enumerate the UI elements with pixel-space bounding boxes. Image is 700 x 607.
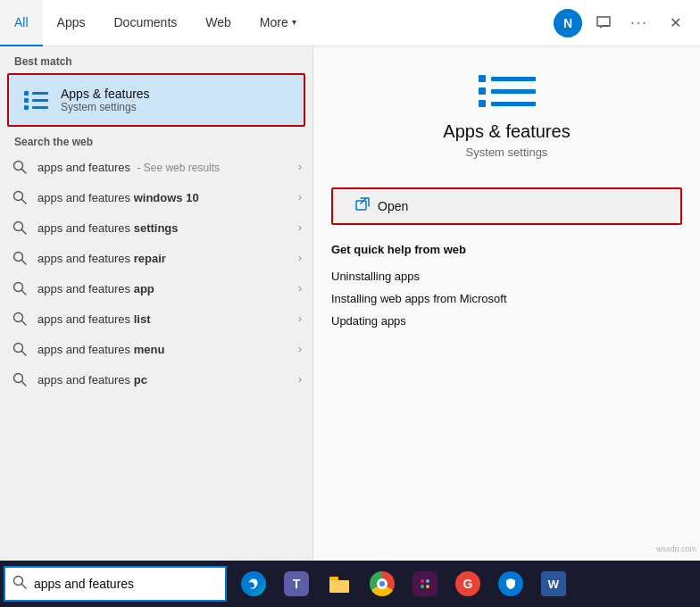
chevron-right-icon: › [298,221,302,234]
right-panel-title: Apps & features [443,121,570,142]
quick-help-link-updating[interactable]: Updating apps [331,310,682,332]
search-icon [11,310,29,328]
svg-point-0 [14,162,23,170]
taskbar-search-box[interactable]: apps and features [4,566,227,602]
svg-point-2 [14,192,23,201]
list-item[interactable]: apps and features app › [0,273,312,304]
svg-line-15 [22,382,27,387]
list-item[interactable]: apps and features menu › [0,334,312,364]
list-item[interactable]: apps and features - See web results › [0,152,312,182]
search-icon [11,219,29,237]
web-result-text: apps and features - See web results [38,161,295,174]
tab-more[interactable]: More ▾ [246,0,311,46]
search-icon [11,370,29,388]
svg-line-11 [22,321,27,326]
tab-apps[interactable]: Apps [43,0,100,46]
taskbar-gmail-icon[interactable]: G [448,564,488,603]
svg-point-24 [421,585,424,588]
content-area: Best match [0,46,700,561]
best-match-subtitle: System settings [61,101,150,113]
svg-point-6 [14,253,23,262]
taskbar-vpn-icon[interactable] [491,564,530,603]
user-avatar[interactable]: N [554,9,582,37]
quick-help-title: Get quick help from web [331,243,682,256]
search-panel: All Apps Documents Web More ▾ N [0,0,700,561]
taskbar-files-icon[interactable] [320,564,359,603]
tab-all[interactable]: All [0,0,43,46]
chevron-right-icon: › [298,373,302,386]
tab-documents[interactable]: Documents [99,0,191,46]
svg-line-19 [22,585,27,589]
right-top: Apps & features System settings [313,46,700,187]
web-result-text: apps and features menu [38,343,295,356]
taskbar-search-input[interactable]: apps and features [34,577,218,591]
svg-rect-21 [329,580,349,593]
close-icon[interactable]: ✕ [661,9,689,37]
taskbar-icons: T G [227,564,700,603]
left-panel: Best match [0,46,312,561]
list-item[interactable]: apps and features windows 10 › [0,182,312,212]
chevron-right-icon: › [298,191,302,204]
svg-line-5 [22,230,27,235]
svg-line-9 [22,291,27,295]
search-web-label: Search the web [0,127,312,152]
svg-point-23 [426,579,429,583]
svg-point-10 [14,313,23,322]
open-window-icon [354,196,371,216]
watermark: wsxdn.com [656,545,696,553]
open-button[interactable]: Open [331,187,682,225]
quick-help-link-uninstall[interactable]: Uninstalling apps [331,265,682,287]
nav-right-controls: N ··· ✕ [554,9,700,37]
taskbar-search-icon [12,575,27,593]
web-result-text: apps and features settings [38,221,295,235]
search-icon [11,249,29,267]
svg-line-3 [22,200,27,204]
nav-bar: All Apps Documents Web More ▾ N [0,0,700,46]
svg-point-18 [14,577,23,586]
chevron-right-icon: › [298,161,302,173]
list-item[interactable]: apps and features list › [0,304,312,334]
tab-web[interactable]: Web [191,0,246,46]
list-item[interactable]: apps and features repair › [0,243,312,273]
feedback-icon[interactable] [589,9,618,37]
taskbar: apps and features T [0,561,700,607]
svg-point-8 [14,283,23,292]
web-result-text: apps and features pc [38,373,295,387]
list-item[interactable]: apps and features settings › [0,212,312,243]
svg-line-13 [22,352,27,356]
svg-point-22 [421,579,424,583]
search-icon [11,279,29,297]
open-button-label: Open [378,199,408,213]
svg-point-4 [14,222,23,231]
chevron-right-icon: › [298,252,302,264]
search-icon [11,340,29,358]
chevron-right-icon: › [298,282,302,295]
right-panel: Apps & features System settings Open Get… [312,46,700,561]
list-item[interactable]: apps and features pc › [0,364,312,395]
more-chevron-icon: ▾ [292,17,296,27]
svg-point-25 [426,585,429,588]
apps-features-large-icon [479,75,536,107]
taskbar-edge-icon[interactable] [234,564,273,603]
chevron-right-icon: › [298,343,302,355]
svg-line-1 [22,170,27,174]
web-result-text: apps and features app [38,282,295,295]
more-options-icon[interactable]: ··· [625,9,654,37]
quick-help-section: Get quick help from web Uninstalling app… [313,225,700,332]
right-panel-subtitle: System settings [466,146,548,159]
quick-help-link-install-web[interactable]: Installing web apps from Microsoft [331,287,682,310]
best-match-text: Apps & features System settings [61,87,150,113]
taskbar-chrome-icon[interactable] [362,564,402,603]
search-icon [11,188,29,206]
svg-point-14 [14,374,23,383]
best-match-title: Apps & features [61,87,150,101]
web-result-text: apps and features list [38,312,295,326]
taskbar-teams-icon[interactable]: T [277,564,316,603]
taskbar-slack-icon[interactable] [405,564,445,603]
best-match-item[interactable]: Apps & features System settings [7,73,305,127]
best-match-label: Best match [0,46,312,73]
web-result-text: apps and features windows 10 [38,191,295,204]
taskbar-word-icon[interactable]: W [534,564,573,603]
apps-features-icon [20,84,52,116]
web-result-text: apps and features repair [38,252,295,265]
